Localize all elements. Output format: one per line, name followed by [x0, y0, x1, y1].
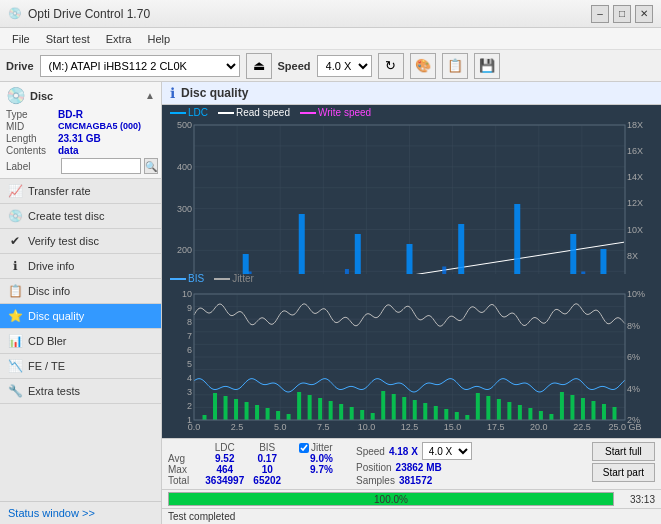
disc-info-icon: 📋 [8, 284, 22, 298]
refresh-button[interactable]: ↻ [378, 53, 404, 79]
position-label: Position [356, 462, 392, 473]
sidebar-item-transfer-rate[interactable]: 📈 Transfer rate [0, 179, 161, 204]
cd-bler-icon: 📊 [8, 334, 22, 348]
sidebar-item-verify-test-disc[interactable]: ✔ Verify test disc [0, 229, 161, 254]
fe-te-icon: 📉 [8, 359, 22, 373]
start-part-button[interactable]: Start part [592, 463, 655, 482]
start-full-button[interactable]: Start full [592, 442, 655, 461]
position-val: 23862 MB [396, 462, 442, 473]
disc-length-row: Length 23.31 GB [6, 133, 155, 144]
bis-line [170, 278, 186, 280]
sidebar-item-extra-tests[interactable]: 🔧 Extra tests [0, 379, 161, 404]
write-label: Write speed [318, 107, 371, 118]
avg-label: Avg [168, 453, 200, 464]
disc-length-val: 23.31 GB [58, 133, 101, 144]
ldc-col-header: LDC [200, 442, 250, 453]
speed-stat-select[interactable]: 4.0 X [422, 442, 472, 460]
disc-label-input[interactable] [61, 158, 141, 174]
disc-label-search-button[interactable]: 🔍 [144, 158, 158, 174]
status-window-label: Status window >> [8, 507, 95, 519]
disc-mid-row: MID CMCMAGBA5 (000) [6, 121, 155, 132]
avg-row: Avg 9.52 0.17 9.0% [168, 453, 348, 464]
total-ldc: 3634997 [200, 475, 250, 486]
disc-icon: 💿 [6, 86, 26, 105]
menu-extra[interactable]: Extra [98, 28, 140, 49]
sidebar-item-fe-te[interactable]: 📉 FE / TE [0, 354, 161, 379]
sidebar-item-disc-info[interactable]: 📋 Disc info [0, 279, 161, 304]
extra-tests-icon: 🔧 [8, 384, 22, 398]
bis-legend: BIS [170, 273, 204, 284]
disc-quality-icon: ⭐ [8, 309, 22, 323]
disc-type-val: BD-R [58, 109, 83, 120]
disc-label-row: Label 🔍 [6, 158, 155, 174]
disc-panel-header: 💿 Disc ▲ [6, 86, 155, 105]
read-line [218, 112, 234, 114]
sidebar-item-label: Verify test disc [28, 235, 99, 247]
disc-type-row: Type BD-R [6, 109, 155, 120]
clipboard-button[interactable]: 📋 [442, 53, 468, 79]
minimize-button[interactable]: – [591, 5, 609, 23]
close-button[interactable]: ✕ [635, 5, 653, 23]
drive-label: Drive [6, 60, 34, 72]
sidebar-item-create-test-disc[interactable]: 💿 Create test disc [0, 204, 161, 229]
write-line [300, 112, 316, 114]
speed-label: Speed [278, 60, 311, 72]
max-jitter: 9.7% [295, 464, 348, 475]
sidebar-item-label: Drive info [28, 260, 74, 272]
max-ldc: 464 [200, 464, 250, 475]
max-label: Max [168, 464, 200, 475]
drive-info-icon: ℹ [8, 259, 22, 273]
speed-select[interactable]: 4.0 X [317, 55, 372, 77]
stats-table: LDC BIS Jitter [168, 442, 348, 486]
eject-button[interactable]: ⏏ [246, 53, 272, 79]
color-button[interactable]: 🎨 [410, 53, 436, 79]
disc-contents-key: Contents [6, 145, 58, 156]
maximize-button[interactable]: □ [613, 5, 631, 23]
speed-label: Speed [356, 446, 385, 457]
progress-bar-area: 100.0% 33:13 [162, 489, 661, 508]
speed-row: Speed 4.18 X 4.0 X [356, 442, 476, 460]
sidebar-item-cd-bler[interactable]: 📊 CD Bler [0, 329, 161, 354]
total-bis: 65202 [250, 475, 285, 486]
disc-mid-key: MID [6, 121, 58, 132]
disc-type-key: Type [6, 109, 58, 120]
sidebar-item-label: Transfer rate [28, 185, 91, 197]
upper-legend: LDC Read speed Write speed [170, 107, 371, 118]
app-title: Opti Drive Control 1.70 [28, 7, 150, 21]
save-button[interactable]: 💾 [474, 53, 500, 79]
avg-jitter: 9.0% [295, 453, 348, 464]
right-panel: ℹ Disc quality LDC Read speed Write spee… [162, 82, 661, 524]
transfer-rate-icon: 📈 [8, 184, 22, 198]
jitter-col-header: Jitter [311, 442, 333, 453]
quality-header-title: Disc quality [181, 86, 248, 100]
status-window-button[interactable]: Status window >> [0, 501, 161, 524]
disc-panel: 💿 Disc ▲ Type BD-R MID CMCMAGBA5 (000) L… [0, 82, 161, 179]
sidebar-item-label: Disc quality [28, 310, 84, 322]
ldc-label: LDC [188, 107, 208, 118]
sidebar-item-label: Create test disc [28, 210, 104, 222]
titlebar-controls: – □ ✕ [591, 5, 653, 23]
max-row: Max 464 10 9.7% [168, 464, 348, 475]
ldc-line [170, 112, 186, 114]
sidebar-item-label: CD Bler [28, 335, 67, 347]
sidebar-item-disc-quality[interactable]: ⭐ Disc quality [0, 304, 161, 329]
create-test-disc-icon: 💿 [8, 209, 22, 223]
jitter-label: Jitter [232, 273, 254, 284]
disc-length-key: Length [6, 133, 58, 144]
jitter-checkbox-label: Jitter [299, 442, 344, 453]
read-label: Read speed [236, 107, 290, 118]
jitter-checkbox[interactable] [299, 443, 309, 453]
progress-time: 33:13 [620, 494, 655, 505]
stats-area: LDC BIS Jitter [162, 438, 661, 489]
titlebar-left: 💿 Opti Drive Control 1.70 [8, 7, 150, 21]
menu-help[interactable]: Help [139, 28, 178, 49]
disc-panel-title: Disc [30, 90, 53, 102]
sidebar-item-label: FE / TE [28, 360, 65, 372]
menu-file[interactable]: File [4, 28, 38, 49]
total-row: Total 3634997 65202 [168, 475, 348, 486]
sidebar-item-drive-info[interactable]: ℹ Drive info [0, 254, 161, 279]
menu-starttest[interactable]: Start test [38, 28, 98, 49]
quality-header-icon: ℹ [170, 85, 175, 101]
drive-select[interactable]: (M:) ATAPI iHBS112 2 CL0K [40, 55, 240, 77]
max-bis: 10 [250, 464, 285, 475]
